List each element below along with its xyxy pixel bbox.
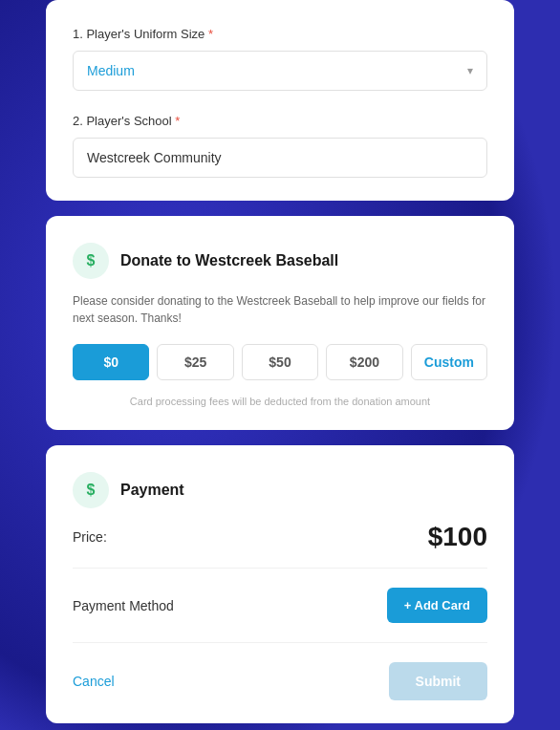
uniform-size-select[interactable]: Medium ▾ bbox=[73, 51, 487, 91]
price-label: Price: bbox=[73, 529, 107, 545]
cancel-button[interactable]: Cancel bbox=[73, 674, 115, 689]
donate-description: Please consider donating to the Westcree… bbox=[73, 292, 487, 327]
uniform-size-label: 1. Player's Uniform Size * bbox=[73, 27, 487, 41]
donate-icon: $ bbox=[73, 243, 109, 279]
card-actions: Cancel Submit bbox=[73, 662, 487, 700]
chevron-down-icon: ▾ bbox=[467, 64, 473, 77]
payment-method-row: Payment Method + Add Card bbox=[73, 588, 487, 643]
donate-0-button[interactable]: $0 bbox=[73, 344, 149, 380]
school-group: 2. Player's School * bbox=[73, 114, 487, 178]
submit-button[interactable]: Submit bbox=[389, 662, 487, 700]
add-card-button[interactable]: + Add Card bbox=[387, 588, 487, 623]
donate-200-button[interactable]: $200 bbox=[326, 344, 402, 380]
donate-header: $ Donate to Westcreek Baseball bbox=[73, 243, 487, 279]
price-value: $100 bbox=[428, 522, 487, 552]
school-input[interactable] bbox=[73, 138, 487, 178]
donate-50-button[interactable]: $50 bbox=[242, 344, 318, 380]
donate-title: Donate to Westcreek Baseball bbox=[120, 252, 338, 269]
donate-card: $ Donate to Westcreek Baseball Please co… bbox=[46, 216, 514, 430]
price-row: Price: $100 bbox=[73, 522, 487, 569]
fee-note: Card processing fees will be deducted fr… bbox=[73, 396, 487, 407]
donate-25-button[interactable]: $25 bbox=[157, 344, 233, 380]
donation-buttons-group: $0 $25 $50 $200 Custom bbox=[73, 344, 487, 380]
payment-method-label: Payment Method bbox=[73, 598, 174, 613]
uniform-size-group: 1. Player's Uniform Size * Medium ▾ bbox=[73, 27, 487, 91]
payment-header: $ Payment bbox=[73, 472, 487, 508]
uniform-size-card: 1. Player's Uniform Size * Medium ▾ 2. P… bbox=[46, 0, 514, 201]
payment-title: Payment bbox=[120, 482, 184, 499]
donate-custom-button[interactable]: Custom bbox=[411, 344, 487, 380]
payment-card: $ Payment Price: $100 Payment Method + A… bbox=[46, 445, 514, 723]
payment-icon: $ bbox=[73, 472, 109, 508]
school-label: 2. Player's School * bbox=[73, 114, 487, 128]
uniform-size-value: Medium bbox=[87, 63, 135, 78]
